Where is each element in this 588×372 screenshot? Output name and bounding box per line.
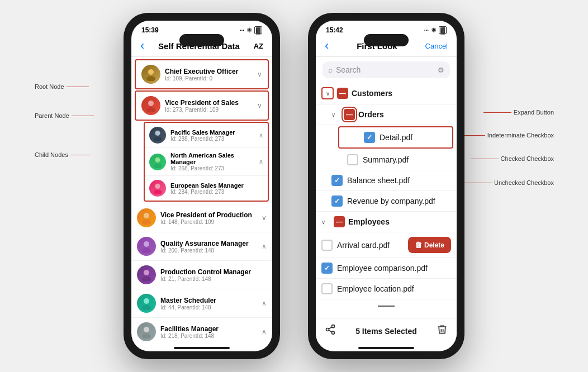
balance-item[interactable]: ✓ Balance sheet.pdf: [316, 170, 457, 191]
svg-point-14: [144, 270, 149, 275]
search-bar: ⌕ Search ⚙: [323, 61, 450, 78]
balance-checkbox[interactable]: ✓: [331, 175, 343, 186]
customers-expand-chevron: ∨: [326, 90, 330, 97]
chevron-qam: ∧: [262, 242, 267, 250]
item-name-ms: Master Scheduler: [160, 297, 257, 304]
customers-checkbox[interactable]: —: [337, 88, 348, 99]
svg-point-25: [326, 328, 329, 331]
svg-point-15: [142, 276, 151, 282]
item-name-nasm: North American Sales Manager: [170, 152, 254, 165]
tree-item-ceo[interactable]: Chief Executive Officer Id: 109, ParentI…: [135, 59, 269, 89]
item-detail-qam: Id: 200, ParentId: 148: [160, 247, 257, 254]
detail-check-icon: ✓: [367, 133, 372, 141]
employees-checkbox[interactable]: —: [334, 216, 345, 227]
emp-location-item[interactable]: Employee location.pdf: [316, 279, 457, 299]
revenue-checkbox[interactable]: ✓: [331, 195, 343, 207]
avatar-psm: [149, 127, 166, 144]
bottom-bar: 5 Items Selected: [316, 318, 457, 344]
svg-point-1: [146, 76, 155, 81]
right-back-button[interactable]: ‹: [325, 40, 329, 52]
emp-comparison-item[interactable]: ✓ Employee comparison.pdf: [316, 258, 457, 279]
parent-node-label: Parent Node: [35, 112, 69, 119]
svg-point-12: [144, 241, 149, 247]
item-name-esm: European Sales Manager: [170, 182, 263, 189]
indeterminate-checkbox-label: Indeterminate Checkbox: [487, 132, 554, 139]
item-detail-fm: Id: 218, ParentId: 148: [160, 333, 257, 339]
avatar-vps: [141, 96, 160, 115]
tree-item-vps[interactable]: Vice President of Sales Id: 273, ParentI…: [135, 90, 269, 121]
filter-icon[interactable]: ⚙: [438, 66, 444, 74]
item-name-vpp: Vice President of Production: [160, 211, 257, 219]
tree-item-qam[interactable]: Quality Assurance Manager Id: 200, Paren…: [131, 232, 272, 261]
item-detail-vps: Id: 273, ParentId: 109: [165, 107, 253, 113]
right-battery-icon: ▓: [439, 26, 447, 34]
summary-pdf-item[interactable]: Summary.pdf: [316, 150, 457, 170]
bottom-delete-icon[interactable]: [437, 324, 448, 338]
tree-item-nasm[interactable]: North American Sales Manager Id: 268, Pa…: [145, 148, 268, 176]
balance-check-icon: ✓: [334, 177, 340, 184]
emp-comparison-check-icon: ✓: [324, 264, 330, 272]
right-wifi-icon: ⚛: [431, 27, 437, 34]
orders-section[interactable]: ∨ — Orders: [316, 104, 457, 125]
delete-label: Delete: [424, 241, 444, 249]
employees-expand-chevron: ∨: [321, 219, 330, 225]
svg-point-2: [148, 101, 154, 106]
arrival-checkbox[interactable]: [321, 240, 333, 251]
avatar-ms: [137, 294, 156, 313]
arrival-pdf-label: Arrival card.pdf: [337, 241, 404, 250]
svg-point-3: [146, 107, 155, 112]
emp-comparison-checkbox[interactable]: ✓: [321, 263, 333, 274]
customers-section[interactable]: ∨ — Customers: [316, 83, 457, 104]
delete-button[interactable]: 🗑 Delete: [408, 237, 451, 253]
summary-checkbox[interactable]: [347, 154, 358, 165]
orders-expand-chevron: ∨: [331, 112, 340, 118]
svg-point-13: [142, 248, 151, 253]
revenue-pdf-label: Revenue by company.pdf: [347, 197, 451, 206]
svg-line-28: [329, 327, 332, 328]
chevron-ms: ∧: [262, 299, 267, 307]
right-signal-icon: ···: [424, 27, 429, 34]
arrival-item[interactable]: Arrival card.pdf 🗑 Delete: [316, 232, 457, 258]
tree-item-fm[interactable]: Facilities Manager Id: 218, ParentId: 14…: [131, 318, 272, 344]
signal-icon: ···: [240, 27, 244, 34]
tree-item-pcm[interactable]: Production Control Manager Id: 21, Paren…: [131, 261, 272, 289]
tree-item-esm[interactable]: European Sales Manager Id: 284, ParentId…: [145, 176, 268, 201]
left-back-button[interactable]: ‹: [140, 40, 144, 52]
customers-expand-button[interactable]: ∨: [321, 87, 334, 99]
checked-checkbox-label: Checked Checkbox: [501, 155, 554, 162]
item-name-vps: Vice President of Sales: [165, 99, 253, 107]
tree-item-vpp[interactable]: Vice President of Production Id: 148, Pa…: [131, 204, 272, 232]
svg-point-11: [142, 220, 151, 225]
svg-point-19: [142, 333, 151, 338]
item-detail-nasm: Id: 268, ParentId: 273: [170, 165, 254, 171]
cancel-button[interactable]: Cancel: [425, 42, 448, 50]
svg-point-26: [332, 331, 335, 334]
left-nav-action[interactable]: AZ: [254, 42, 263, 50]
share-icon[interactable]: [325, 324, 336, 338]
svg-point-17: [142, 305, 151, 310]
chevron-fm: ∧: [262, 328, 267, 336]
svg-point-24: [332, 325, 335, 328]
svg-point-9: [154, 190, 162, 194]
tree-item-ms[interactable]: Master Scheduler Id: 44, ParentId: 148 ∧: [131, 289, 272, 318]
revenue-item[interactable]: ✓ Revenue by company.pdf: [316, 191, 457, 212]
svg-point-18: [144, 327, 149, 332]
unchecked-checkbox-label: Unchecked Checkbox: [494, 179, 554, 186]
item-name-psm: Pacific Sales Manager: [170, 129, 254, 136]
emp-location-checkbox[interactable]: [321, 283, 333, 294]
right-phone: 15:42 ··· ⚛ ▓ ‹ First Look Cancel ⌕: [308, 13, 464, 359]
checklist: ∨ — Customers ∨ —: [316, 83, 457, 318]
detail-checkbox[interactable]: ✓: [364, 132, 375, 143]
item-name-qam: Quality Assurance Manager: [160, 240, 257, 247]
item-name-fm: Facilities Manager: [160, 325, 257, 333]
detail-pdf-item[interactable]: ✓ Detail.pdf: [338, 126, 453, 149]
chevron-psm: ∧: [259, 132, 263, 139]
orders-checkbox[interactable]: —: [344, 109, 355, 120]
tree-item-psm[interactable]: Pacific Sales Manager Id: 288, ParentId:…: [145, 123, 268, 148]
child-nodes-label: Child Nodes: [35, 151, 68, 158]
employees-label: Employees: [348, 217, 451, 226]
emp-comparison-label: Employee comparison.pdf: [337, 264, 451, 273]
employees-section[interactable]: ∨ — Employees: [316, 212, 457, 232]
avatar-pcm: [137, 265, 156, 284]
root-node-label: Root Node: [35, 83, 64, 90]
